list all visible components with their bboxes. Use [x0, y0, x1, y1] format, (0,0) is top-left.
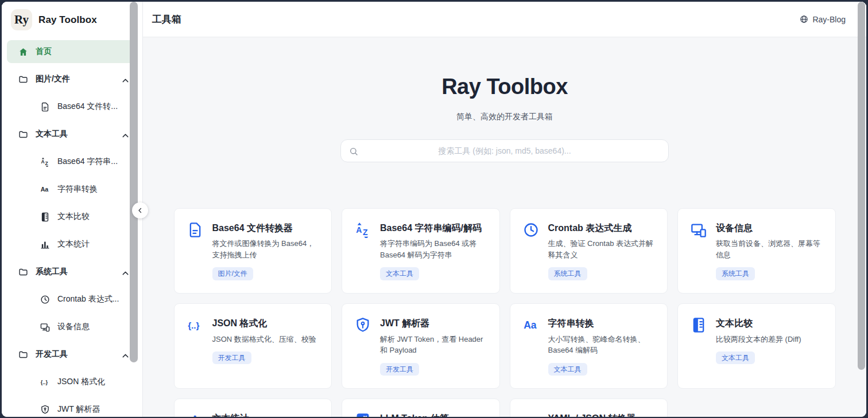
sidebar-category-text-tools[interactable]: 文本工具 — [7, 123, 137, 146]
sidebar-item-label: 字符串转换 — [57, 184, 98, 194]
chevron-up-icon — [121, 76, 130, 83]
globe-icon — [800, 15, 808, 24]
card-title: Base64 字符串编码/解码 — [380, 221, 487, 236]
svg-text:Aa: Aa — [41, 186, 49, 193]
clock-icon — [40, 295, 50, 304]
hero-title: Ray Toolbox — [143, 74, 866, 100]
card-description: 将字符串编码为 Base64 或将 Base64 解码为字符串 — [380, 238, 487, 260]
svg-text:Z: Z — [363, 228, 368, 237]
letter-case-icon: Aa — [523, 317, 539, 335]
folder-icon — [18, 267, 28, 277]
hero-subtitle: 简单、高效的开发者工具箱 — [143, 112, 866, 122]
card-title: Crontab 表达式生成 — [548, 221, 655, 236]
card-description: 获取当前设备、浏览器、屏幕等信息 — [716, 238, 823, 260]
tool-card-base64-string[interactable]: AZ Base64 字符串编码/解码 将字符串编码为 Base64 或将 Bas… — [342, 208, 500, 294]
card-title: 字符串转换 — [548, 317, 655, 331]
main-area: 工具箱 Ray-Blog Ray Toolbox 简单、高效的开发者工具箱 — [143, 2, 866, 417]
sidebar-item-crontab[interactable]: Crontab 表达式... — [7, 288, 137, 311]
tool-card-device-info[interactable]: 设备信息 获取当前设备、浏览器、屏幕等信息 系统工具 — [677, 208, 836, 294]
tool-card-jwt-parser[interactable]: JWT 解析器 解析 JWT Token，查看 Header 和 Payload… — [342, 303, 500, 389]
sidebar-item-home[interactable]: 首页 — [7, 40, 137, 63]
sidebar-item-string-convert[interactable]: Aa 字符串转换 — [7, 178, 137, 201]
sidebar-item-text-stats[interactable]: 文本统计 — [7, 233, 137, 256]
card-category-badge: 系统工具 — [548, 267, 587, 280]
svg-text:A: A — [356, 225, 362, 234]
window-frame: Ry Ray Toolbox 首页 图片/文件 — [0, 0, 868, 418]
sort-az-icon: AZ — [40, 157, 50, 167]
diff-document-icon — [40, 212, 50, 222]
sidebar-collapse-button[interactable] — [132, 202, 148, 218]
blog-link[interactable]: Ray-Blog — [800, 15, 846, 24]
shield-key-icon — [40, 405, 50, 415]
sidebar-item-text-diff[interactable]: 文本比较 — [7, 205, 137, 228]
clock-icon — [523, 222, 539, 240]
page-title: 工具箱 — [152, 13, 181, 26]
chevron-left-icon — [137, 207, 144, 214]
folder-icon — [18, 130, 28, 139]
card-description: 生成、验证 Crontab 表达式并解释其含义 — [548, 238, 655, 260]
sidebar-item-label: 文本统计 — [57, 239, 90, 249]
sidebar-category-image-file[interactable]: 图片/文件 — [7, 68, 137, 91]
card-category-badge: 文本工具 — [548, 363, 587, 376]
tools-grid: Base64 文件转换器 将文件或图像转换为 Base64，支持拖拽上传 图片/… — [174, 208, 836, 417]
tool-card-json-format[interactable]: {..} JSON 格式化 JSON 数据格式化、压缩、校验 开发工具 — [174, 303, 332, 389]
sidebar-category-system-tools[interactable]: 系统工具 — [7, 260, 137, 283]
card-category-badge: 开发工具 — [380, 363, 419, 376]
sidebar-item-json-format[interactable]: {..} JSON 格式化 — [7, 370, 137, 393]
document-icon — [187, 222, 203, 240]
card-category-badge: 文本工具 — [380, 267, 419, 280]
main-scrollbar[interactable] — [858, 2, 865, 370]
sidebar-category-label: 文本工具 — [36, 129, 68, 139]
sidebar-category-label: 系统工具 — [36, 267, 68, 277]
tool-card-text-diff[interactable]: 文本比较 比较两段文本的差异 (Diff) 文本工具 — [677, 303, 836, 389]
sidebar-category-dev-tools[interactable]: 开发工具 — [7, 343, 137, 366]
sidebar-item-label: Base64 字符串... — [57, 157, 118, 167]
card-description: 将文件或图像转换为 Base64，支持拖拽上传 — [212, 238, 319, 260]
logo-icon: Ry — [11, 9, 32, 30]
sidebar-item-jwt-parser[interactable]: JWT 解析器 — [7, 398, 137, 417]
letter-case-icon: Aa — [40, 185, 50, 194]
search-input[interactable] — [341, 140, 668, 162]
tool-card-crontab[interactable]: Crontab 表达式生成 生成、验证 Crontab 表达式并解释其含义 系统… — [510, 208, 668, 294]
braces-icon: {..} — [40, 377, 50, 387]
sidebar-nav: 首页 图片/文件 Base64 文件转... — [2, 38, 142, 417]
sidebar-item-label: 设备信息 — [57, 322, 90, 332]
card-category-badge: 开发工具 — [212, 351, 251, 364]
top-bar: 工具箱 Ray-Blog — [143, 2, 866, 37]
folder-icon — [18, 75, 28, 84]
card-category-badge: 图片/文件 — [212, 267, 253, 280]
calculator-icon — [355, 412, 371, 417]
card-title: LLM Token 估算 — [380, 412, 449, 417]
svg-text:A: A — [41, 159, 44, 165]
sidebar-item-base64-file[interactable]: Base64 文件转... — [7, 95, 137, 118]
diff-document-icon — [691, 317, 707, 335]
app-logo: Ry Ray Toolbox — [2, 2, 142, 38]
tool-card-base64-file[interactable]: Base64 文件转换器 将文件或图像转换为 Base64，支持拖拽上传 图片/… — [174, 208, 332, 294]
card-category-badge: 文本工具 — [716, 351, 755, 364]
svg-text:{..}: {..} — [41, 380, 48, 385]
sidebar-item-label: 首页 — [36, 46, 52, 57]
sidebar-item-base64-string[interactable]: AZ Base64 字符串... — [7, 150, 137, 173]
curly-braces-icon: {} — [523, 412, 539, 417]
tool-card-llm-token[interactable]: LLM Token 估算 — [342, 399, 500, 417]
bar-chart-icon — [40, 240, 50, 249]
sidebar-item-label: JSON 格式化 — [57, 377, 105, 387]
svg-text:Z: Z — [45, 161, 48, 166]
svg-text:{..}: {..} — [188, 321, 199, 330]
sidebar-scrollbar[interactable] — [130, 2, 138, 362]
logo-monogram: Ry — [14, 13, 29, 27]
sidebar-item-label: 文本比较 — [57, 212, 90, 222]
sidebar-item-device-info[interactable]: 设备信息 — [7, 315, 137, 338]
app-window: Ry Ray Toolbox 首页 图片/文件 — [2, 2, 866, 417]
sidebar-item-label: Base64 文件转... — [57, 101, 118, 112]
app-title: Ray Toolbox — [38, 14, 97, 26]
bar-chart-icon — [187, 412, 203, 417]
braces-icon: {..} — [187, 317, 203, 335]
chevron-up-icon — [121, 268, 130, 276]
sidebar-category-label: 开发工具 — [36, 349, 68, 360]
tool-card-text-stats[interactable]: 文本统计 — [174, 399, 332, 417]
sort-az-icon: AZ — [355, 222, 371, 240]
tool-card-string-convert[interactable]: Aa 字符串转换 大小写转换、驼峰命名转换、Base64 编解码 文本工具 — [510, 303, 668, 389]
chevron-up-icon — [121, 351, 130, 358]
tool-card-yaml-json[interactable]: {} YAML / JSON 转换器 — [510, 399, 668, 417]
